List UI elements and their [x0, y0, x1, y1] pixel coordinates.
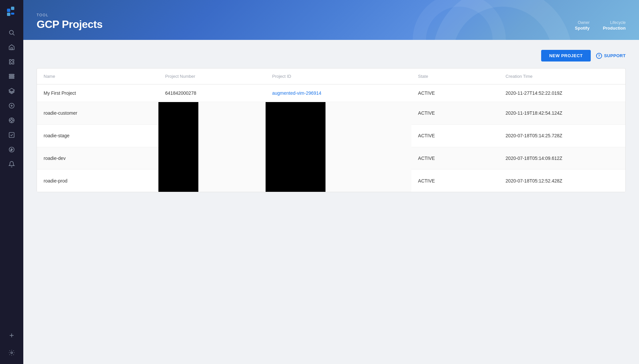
puzzle-nav-icon[interactable] — [6, 56, 18, 68]
support-button[interactable]: ? SUPPORT — [596, 53, 626, 59]
cell-state: ACTIVE — [411, 84, 499, 102]
svg-rect-9 — [9, 77, 14, 78]
svg-point-25 — [11, 352, 13, 354]
add-list-nav-icon[interactable] — [6, 329, 18, 341]
app-logo[interactable] — [5, 5, 18, 19]
lifecycle-value: Production — [603, 26, 626, 31]
toolbar: NEW PROJECT ? SUPPORT — [37, 50, 626, 61]
cell-state: ACTIVE — [411, 170, 499, 192]
svg-rect-2 — [7, 13, 10, 16]
add-circle-nav-icon[interactable] — [6, 100, 18, 112]
cell-number: 641842000278 — [158, 84, 265, 102]
cell-state: ACTIVE — [411, 102, 499, 125]
cell-time: 2020-07-18T05:12:52.428Z — [499, 170, 625, 192]
cell-name: My First Project — [37, 84, 158, 102]
table-header: Name Project Number Project ID State Cre… — [37, 68, 625, 84]
cell-name: roadie-stage — [37, 124, 158, 147]
svg-rect-7 — [9, 74, 14, 75]
lifecycle-label: Lifecycle — [603, 20, 626, 25]
svg-line-5 — [13, 34, 15, 36]
cell-id — [266, 102, 411, 192]
col-header-id: Project ID — [266, 68, 411, 84]
svg-rect-20 — [9, 133, 14, 138]
list-nav-icon[interactable] — [6, 70, 18, 82]
cell-time: 2020-07-18T05:14:09.612Z — [499, 147, 625, 170]
owner-meta: Owner Spotify — [575, 20, 589, 31]
cell-time: 2020-07-18T05:14:25.728Z — [499, 124, 625, 147]
owner-value: Spotify — [575, 26, 589, 31]
header-right: Owner Spotify Lifecycle Production — [575, 20, 626, 31]
svg-rect-6 — [11, 48, 13, 50]
new-project-button[interactable]: NEW PROJECT — [541, 50, 591, 61]
main-content: TOOL GCP Projects Owner Spotify Lifecycl… — [23, 0, 639, 364]
col-header-state: State — [411, 68, 499, 84]
cell-number — [158, 102, 265, 192]
target-nav-icon[interactable] — [6, 114, 18, 126]
sidebar — [0, 0, 23, 364]
lifecycle-meta: Lifecycle Production — [603, 20, 626, 31]
cell-name: roadie-dev — [37, 147, 158, 170]
cell-name: roadie-prod — [37, 170, 158, 192]
svg-point-4 — [9, 30, 13, 34]
home-nav-icon[interactable] — [6, 41, 18, 53]
cell-state: ACTIVE — [411, 147, 499, 170]
cell-name: roadie-customer — [37, 102, 158, 125]
gear-nav-icon[interactable] — [6, 347, 18, 359]
owner-label: Owner — [575, 20, 589, 25]
search-nav-icon[interactable] — [6, 27, 18, 39]
col-header-time: Creation Time — [499, 68, 625, 84]
project-id-link[interactable]: augmented-vim-296914 — [272, 90, 321, 96]
check-nav-icon[interactable] — [6, 129, 18, 141]
cell-time: 2020-11-19T18:42:54.124Z — [499, 102, 625, 125]
layers-nav-icon[interactable] — [6, 85, 18, 97]
svg-rect-1 — [11, 7, 14, 10]
col-header-number: Project Number — [158, 68, 265, 84]
page-title: GCP Projects — [37, 18, 103, 31]
projects-table: Name Project Number Project ID State Cre… — [37, 68, 625, 192]
content-area: NEW PROJECT ? SUPPORT Name Project Numbe… — [23, 40, 639, 364]
cell-id: augmented-vim-296914 — [266, 84, 411, 102]
svg-rect-8 — [9, 76, 14, 77]
support-icon: ? — [596, 53, 602, 59]
support-label: SUPPORT — [604, 53, 626, 58]
svg-point-15 — [11, 119, 13, 122]
header-left: TOOL GCP Projects — [37, 13, 103, 31]
tool-label: TOOL — [37, 13, 103, 17]
projects-table-container: Name Project Number Project ID State Cre… — [37, 68, 626, 192]
table-row: roadie-customerACTIVE2020-11-19T18:42:54… — [37, 102, 625, 125]
page-header: TOOL GCP Projects Owner Spotify Lifecycl… — [23, 0, 639, 40]
table-row: My First Project641842000278augmented-vi… — [37, 84, 625, 102]
svg-rect-3 — [11, 13, 14, 15]
cell-state: ACTIVE — [411, 124, 499, 147]
table-body: My First Project641842000278augmented-vi… — [37, 84, 625, 192]
col-header-name: Name — [37, 68, 158, 84]
cell-time: 2020-11-27T14:52:22.019Z — [499, 84, 625, 102]
svg-rect-0 — [7, 9, 10, 12]
dollar-nav-icon[interactable] — [6, 144, 18, 156]
bell-nav-icon[interactable] — [6, 158, 18, 170]
